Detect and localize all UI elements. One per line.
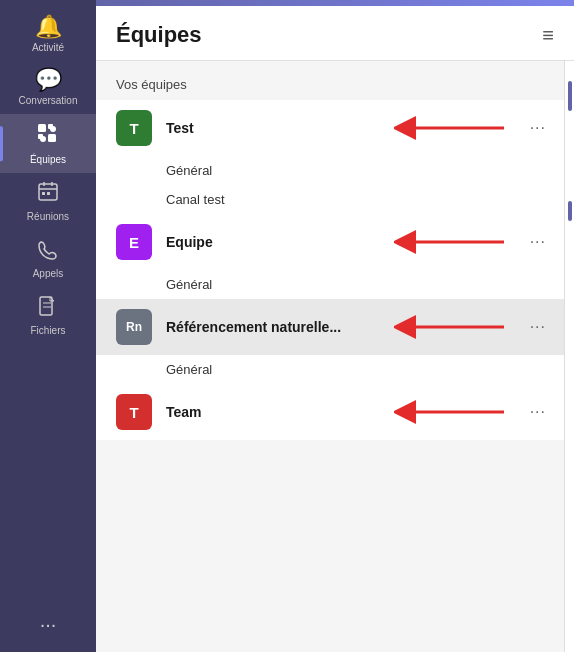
svg-point-4 bbox=[50, 126, 56, 132]
team-avatar-test: T bbox=[116, 110, 152, 146]
fichiers-icon bbox=[37, 295, 59, 321]
equipes-icon bbox=[36, 122, 60, 150]
team-more-test[interactable]: ··· bbox=[522, 115, 554, 141]
channel-item-referencement-general[interactable]: Général bbox=[96, 355, 574, 384]
team-more-equipe[interactable]: ··· bbox=[522, 229, 554, 255]
teams-list: Vos équipes T Test ··· Général Canal tes… bbox=[96, 61, 574, 440]
menu-icon[interactable]: ≡ bbox=[542, 24, 554, 47]
sidebar-item-equipes[interactable]: Équipes bbox=[0, 114, 96, 173]
team-name-test: Test bbox=[166, 120, 522, 136]
sidebar-item-appels[interactable]: Appels bbox=[0, 230, 96, 287]
appels-icon bbox=[37, 238, 59, 264]
sidebar-item-appels-label: Appels bbox=[33, 268, 64, 279]
team-name-team: Team bbox=[166, 404, 522, 420]
sidebar-item-conversation-label: Conversation bbox=[19, 95, 78, 106]
teams-list-wrapper: Vos équipes T Test ··· Général Canal tes… bbox=[96, 61, 574, 652]
channel-item-test-canal[interactable]: Canal test bbox=[96, 185, 574, 214]
channel-item-equipe-general[interactable]: Général bbox=[96, 270, 574, 299]
svg-rect-11 bbox=[47, 192, 50, 195]
conversation-icon: 💬 bbox=[35, 69, 62, 91]
team-more-team[interactable]: ··· bbox=[522, 399, 554, 425]
sidebar-more-button[interactable]: ... bbox=[0, 604, 96, 652]
svg-point-5 bbox=[40, 136, 46, 142]
scroll-indicator bbox=[564, 61, 574, 652]
page-header: Équipes ≡ bbox=[96, 6, 574, 61]
section-label-vos-equipes: Vos équipes bbox=[96, 61, 574, 100]
sidebar-item-activity[interactable]: 🔔 Activité bbox=[0, 8, 96, 61]
team-avatar-equipe: E bbox=[116, 224, 152, 260]
sidebar-item-fichiers-label: Fichiers bbox=[30, 325, 65, 336]
scroll-bar-top bbox=[568, 81, 572, 111]
team-item-referencement[interactable]: Rn Référencement naturelle... ··· bbox=[96, 299, 574, 355]
sidebar: 🔔 Activité 💬 Conversation Équipes bbox=[0, 0, 96, 652]
team-more-referencement[interactable]: ··· bbox=[522, 314, 554, 340]
team-name-referencement: Référencement naturelle... bbox=[166, 319, 522, 335]
sidebar-item-reunions[interactable]: Réunions bbox=[0, 173, 96, 230]
sidebar-item-conversation[interactable]: 💬 Conversation bbox=[0, 61, 96, 114]
team-avatar-referencement: Rn bbox=[116, 309, 152, 345]
reunions-icon bbox=[37, 181, 59, 207]
team-item-test[interactable]: T Test ··· bbox=[96, 100, 574, 156]
sidebar-item-reunions-label: Réunions bbox=[27, 211, 69, 222]
svg-rect-3 bbox=[48, 134, 56, 142]
sidebar-item-activity-label: Activité bbox=[32, 42, 64, 53]
team-name-equipe: Equipe bbox=[166, 234, 522, 250]
sidebar-item-fichiers[interactable]: Fichiers bbox=[0, 287, 96, 344]
team-avatar-team: T bbox=[116, 394, 152, 430]
svg-rect-0 bbox=[38, 124, 46, 132]
svg-rect-10 bbox=[42, 192, 45, 195]
team-item-team[interactable]: T Team ··· bbox=[96, 384, 574, 440]
page-title: Équipes bbox=[116, 22, 202, 48]
team-item-equipe[interactable]: E Equipe ··· bbox=[96, 214, 574, 270]
channel-item-test-general[interactable]: Général bbox=[96, 156, 574, 185]
sidebar-item-equipes-label: Équipes bbox=[30, 154, 66, 165]
activity-icon: 🔔 bbox=[35, 16, 62, 38]
main-content: Équipes ≡ Vos équipes T Test ··· bbox=[96, 0, 574, 652]
scroll-bar-bottom bbox=[568, 201, 572, 221]
